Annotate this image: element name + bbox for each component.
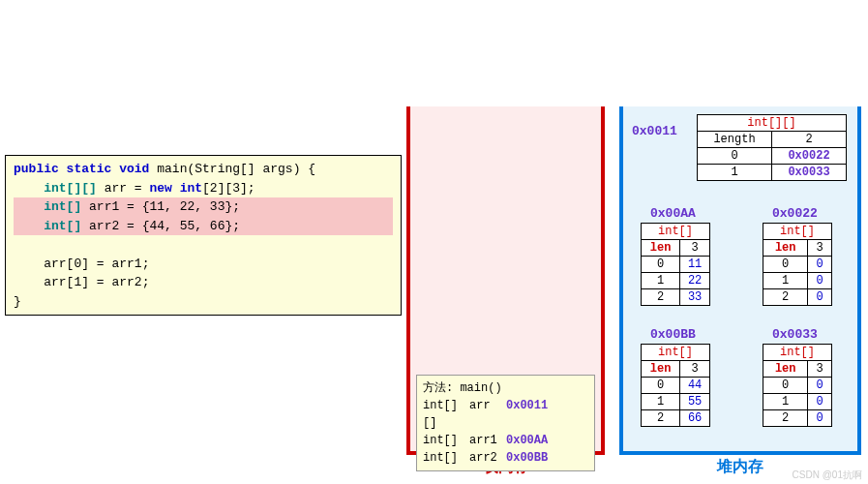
stack-frame-main: 方法: main() int[][] arr 0x0011 int[] arr1… bbox=[416, 375, 595, 471]
code-kw: int[][] bbox=[44, 181, 97, 196]
code-block: public static void main(String[] args) {… bbox=[14, 160, 393, 311]
heap-obj-type: int[] bbox=[763, 345, 832, 361]
stack-var-row: int[] arr2 0x00BB bbox=[423, 449, 588, 467]
heap-row-val: 0 bbox=[808, 273, 832, 289]
heap-len-label: len bbox=[642, 240, 680, 257]
heap-len-val: 3 bbox=[808, 361, 832, 378]
heap-len-val: 3 bbox=[808, 240, 832, 257]
stack-var-addr: 0x00AA bbox=[506, 432, 548, 449]
stack-var-type: int[] bbox=[423, 449, 469, 467]
heap-row-idx: 1 bbox=[763, 394, 808, 410]
heap-row-val: 0x0022 bbox=[772, 148, 847, 165]
heap-len-val: 3 bbox=[680, 240, 710, 257]
heap-len-label: len bbox=[642, 361, 680, 378]
heap-addr: 0x00AA bbox=[650, 206, 696, 221]
heap-obj-type: int[] bbox=[642, 224, 710, 240]
watermark: CSDN @01抗啊 bbox=[793, 469, 862, 482]
heap-obj-length: 2 bbox=[772, 132, 847, 148]
heap-row-idx: 0 bbox=[642, 257, 680, 273]
heap-row-idx: 1 bbox=[698, 165, 772, 181]
heap-row-val: 0 bbox=[808, 378, 832, 394]
code-text: main(String[] args) { bbox=[149, 162, 315, 176]
heap-object-array: int[] len3 044 155 266 bbox=[641, 344, 710, 427]
heap-object-array: int[] len3 00 10 20 bbox=[763, 344, 832, 427]
heap-row-val: 0 bbox=[808, 410, 832, 427]
heap-row-val: 44 bbox=[680, 378, 710, 394]
heap-row-idx: 1 bbox=[642, 394, 680, 410]
heap-obj-length-label: length bbox=[698, 132, 772, 148]
heap-len-label: len bbox=[763, 240, 808, 257]
heap-row-idx: 2 bbox=[642, 410, 680, 427]
code-text: arr1 = {11, 22, 33}; bbox=[81, 199, 240, 214]
heap-row-val: 0 bbox=[808, 289, 832, 306]
stack-var-name: arr2 bbox=[469, 449, 506, 467]
stack-var-row: int[][] arr 0x0011 bbox=[423, 397, 588, 432]
heap-row-val: 0 bbox=[808, 257, 832, 273]
heap-row-idx: 0 bbox=[763, 378, 808, 394]
heap-row-idx: 0 bbox=[698, 148, 772, 165]
heap-row-val: 11 bbox=[680, 257, 710, 273]
heap-row-val: 0 bbox=[808, 394, 832, 410]
heap-row-idx: 1 bbox=[763, 273, 808, 289]
heap-addr: 0x0033 bbox=[772, 327, 818, 342]
code-text: arr[0] = arr1; bbox=[44, 257, 149, 271]
heap-row-idx: 0 bbox=[642, 378, 680, 394]
heap-obj-type: int[] bbox=[763, 224, 832, 240]
heap-object-outer: int[][] length2 00x0022 10x0033 bbox=[697, 114, 847, 181]
stack-var-addr: 0x00BB bbox=[506, 449, 548, 467]
heap-row-val: 55 bbox=[680, 394, 710, 410]
stack-var-type: int[][] bbox=[423, 397, 469, 432]
heap-row-idx: 1 bbox=[642, 273, 680, 289]
heap-addr: 0x0022 bbox=[772, 206, 818, 221]
code-kw: int[] bbox=[44, 219, 81, 233]
heap-row-val: 0x0033 bbox=[772, 165, 847, 181]
heap-object-array: int[] len3 011 122 233 bbox=[641, 223, 710, 306]
stack-var-row: int[] arr1 0x00AA bbox=[423, 432, 588, 449]
stack-var-name: arr1 bbox=[469, 432, 506, 449]
code-text: arr2 = {44, 55, 66}; bbox=[81, 219, 240, 233]
heap-row-idx: 2 bbox=[642, 289, 680, 306]
stack-var-name: arr bbox=[469, 397, 506, 432]
code-text: } bbox=[14, 294, 21, 309]
heap-object-array: int[] len3 00 10 20 bbox=[763, 223, 832, 306]
heap-row-val: 22 bbox=[680, 273, 710, 289]
stack-var-addr: 0x0011 bbox=[506, 397, 548, 432]
heap-len-val: 3 bbox=[680, 361, 710, 378]
heap-addr-outer: 0x0011 bbox=[632, 124, 677, 138]
heap-addr: 0x00BB bbox=[650, 327, 696, 342]
code-text: [2][3]; bbox=[202, 181, 255, 196]
heap-obj-type: int[][] bbox=[698, 115, 847, 132]
stack-frame-title: 方法: main() bbox=[423, 379, 588, 397]
heap-row-idx: 2 bbox=[763, 289, 808, 306]
stack-var-type: int[] bbox=[423, 432, 469, 449]
code-text: arr = bbox=[97, 181, 150, 196]
heap-row-idx: 0 bbox=[763, 257, 808, 273]
heap-obj-type: int[] bbox=[642, 345, 710, 361]
code-text: arr[1] = arr2; bbox=[44, 275, 149, 289]
heap-row-idx: 2 bbox=[763, 410, 808, 427]
code-kw: new int bbox=[149, 181, 202, 196]
code-panel: public static void main(String[] args) {… bbox=[5, 155, 402, 316]
code-kw: public static void bbox=[14, 162, 149, 176]
heap-row-val: 33 bbox=[680, 289, 710, 306]
heap-len-label: len bbox=[763, 361, 808, 378]
code-kw: int[] bbox=[44, 199, 81, 214]
heap-row-val: 66 bbox=[680, 410, 710, 427]
